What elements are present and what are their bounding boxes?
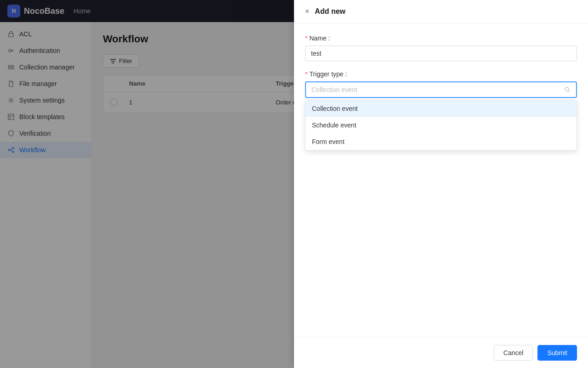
search-icon (564, 86, 571, 93)
add-new-drawer: × Add new * Name : * Trigger type : Coll… (294, 0, 588, 368)
drawer-title: Add new (315, 7, 345, 16)
close-icon[interactable]: × (305, 7, 309, 16)
drawer-footer: Cancel Submit (294, 337, 588, 368)
drawer-body: * Name : * Trigger type : Collection eve… (294, 23, 588, 337)
name-field-group: * Name : (305, 34, 577, 61)
trigger-type-placeholder: Collection event (311, 86, 357, 93)
trigger-type-dropdown: Collection event Schedule event Form eve… (305, 100, 577, 150)
required-mark-trigger: * (305, 70, 307, 78)
trigger-type-field-group: * Trigger type : Collection event Collec… (305, 70, 577, 98)
required-mark-name: * (305, 34, 307, 42)
name-input[interactable] (305, 46, 577, 61)
name-label: * Name : (305, 34, 577, 42)
option-form-event[interactable]: Form event (305, 133, 577, 150)
option-schedule-event[interactable]: Schedule event (305, 117, 577, 133)
trigger-dropdown-wrapper: Collection event Collection event Schedu… (305, 81, 577, 98)
submit-button[interactable]: Submit (537, 345, 577, 361)
cancel-button[interactable]: Cancel (494, 345, 533, 361)
option-collection-event[interactable]: Collection event (305, 100, 577, 117)
svg-point-9 (565, 87, 569, 91)
drawer-header: × Add new (294, 0, 588, 23)
trigger-type-input[interactable]: Collection event (305, 81, 577, 98)
trigger-type-label: * Trigger type : (305, 70, 577, 78)
